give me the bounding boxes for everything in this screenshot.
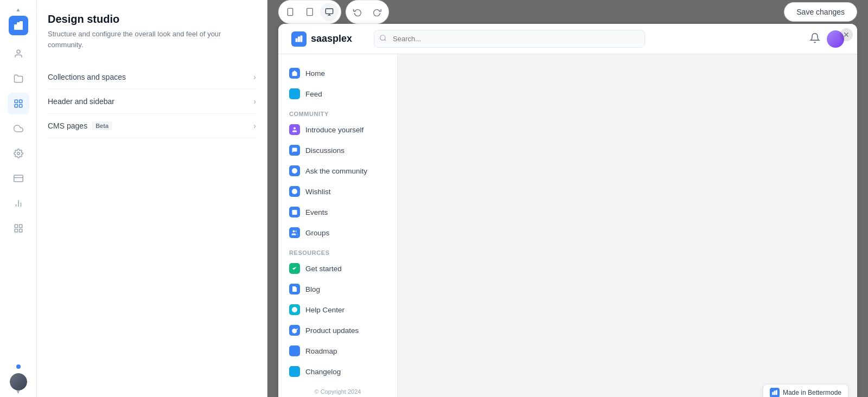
ask-nav-icon	[289, 165, 300, 176]
svg-rect-58	[772, 392, 774, 395]
avatar-image	[10, 373, 27, 390]
history-controls	[346, 0, 389, 24]
app-logo[interactable]	[9, 16, 28, 35]
sidebar-nav-roadmap[interactable]: Roadmap	[278, 341, 397, 361]
save-button[interactable]: Save changes	[784, 2, 857, 22]
nav-label-discussions: Discussions	[305, 146, 344, 155]
nav-label-home: Home	[305, 69, 325, 78]
svg-rect-20	[307, 8, 313, 15]
sidebar-item-billing[interactable]	[8, 168, 29, 189]
introduce-nav-icon	[289, 124, 300, 135]
svg-rect-7	[19, 105, 22, 107]
preview-footer: © Copyright 2024	[278, 382, 397, 397]
bettermode-badge[interactable]: Made in Bettermode	[763, 384, 848, 397]
nav-label-introduce: Introduce yourself	[305, 126, 363, 134]
nav-label-get-started: Get started	[305, 265, 342, 273]
view-toggle	[278, 0, 341, 24]
sidebar-nav-get-started[interactable]: Get started	[278, 258, 397, 279]
svg-rect-4	[15, 100, 17, 103]
svg-rect-60	[776, 390, 777, 395]
nav-label-wishlist: Wishlist	[305, 188, 331, 196]
discussions-nav-icon	[289, 145, 300, 156]
tablet-view-btn[interactable]	[301, 3, 319, 21]
svg-rect-9	[14, 175, 23, 182]
app-sidebar: ▲	[0, 0, 37, 397]
preview-search-area	[374, 30, 645, 48]
sidebar-item-folder[interactable]	[8, 68, 29, 89]
chevron-right-icon: ›	[253, 73, 256, 81]
cms-item-label-wrap: CMS pages Beta	[48, 121, 112, 130]
sidebar-bottom	[10, 364, 27, 390]
svg-point-28	[380, 35, 385, 40]
redo-btn[interactable]	[368, 3, 386, 21]
menu-item-header[interactable]: Header and sidebar ›	[48, 89, 256, 114]
menu-item-cms[interactable]: CMS pages Beta ›	[48, 114, 256, 138]
sidebar-item-settings[interactable]	[8, 143, 29, 164]
sidebar-nav-events[interactable]: Events	[278, 202, 397, 222]
search-input[interactable]	[374, 30, 645, 48]
desktop-view-btn[interactable]	[320, 3, 339, 21]
settings-icon	[14, 149, 23, 158]
svg-rect-27	[300, 35, 302, 42]
sidebar-item-analytics[interactable]	[8, 193, 29, 214]
bettermode-label: Made in Bettermode	[783, 389, 841, 396]
sidebar-item-users[interactable]	[8, 43, 29, 65]
toolbar: Save changes	[267, 0, 868, 24]
svg-rect-6	[15, 105, 17, 107]
sidebar-nav-ask[interactable]: Ask the community	[278, 161, 397, 181]
scroll-down[interactable]: ▼	[16, 389, 21, 395]
help-nav-icon	[289, 304, 300, 315]
sidebar-nav-help[interactable]: Help Center	[278, 299, 397, 320]
sidebar-item-cloud[interactable]	[8, 118, 29, 139]
events-nav-icon	[289, 207, 300, 217]
section-community: Community	[278, 104, 397, 119]
preview-logo-icon	[291, 31, 307, 47]
sidebar-nav-discussions[interactable]: Discussions	[278, 140, 397, 161]
nav-label-help: Help Center	[305, 306, 344, 314]
scroll-up[interactable]: ▲	[16, 7, 21, 12]
cloud-icon	[14, 124, 23, 133]
bettermode-icon	[770, 388, 780, 397]
sidebar-scrollbar	[33, 0, 36, 397]
sidebar-nav-changelog[interactable]: Changelog	[278, 361, 397, 382]
page-title: Design studio	[48, 13, 256, 25]
redo-icon	[373, 8, 381, 16]
get-started-nav-icon	[289, 263, 300, 274]
sidebar-nav-home[interactable]: Home	[278, 63, 397, 84]
svg-point-39	[292, 189, 297, 194]
user-avatar-sidebar[interactable]	[10, 373, 27, 390]
svg-rect-16	[15, 229, 17, 232]
nav-label-ask: Ask the community	[305, 167, 367, 175]
menu-item-header-label: Header and sidebar	[48, 97, 114, 106]
svg-point-46	[293, 230, 295, 233]
nav-label-blog: Blog	[305, 285, 320, 293]
menu-item-collections[interactable]: Collections and spaces ›	[48, 65, 256, 89]
svg-point-3	[17, 50, 20, 53]
nav-label-events: Events	[305, 208, 328, 216]
config-panel: Design studio Structure and configure th…	[37, 0, 267, 397]
undo-btn[interactable]	[348, 3, 367, 21]
nav-label-changelog: Changelog	[305, 368, 341, 376]
billing-icon	[14, 174, 23, 183]
sidebar-nav-blog[interactable]: Blog	[278, 279, 397, 299]
svg-rect-25	[296, 38, 298, 42]
preview-navbar: saasplex	[278, 24, 857, 54]
analytics-icon	[14, 198, 23, 208]
desktop-icon	[325, 8, 334, 16]
sidebar-item-grid[interactable]	[8, 217, 29, 239]
preview-close-btn[interactable]: ✕	[840, 28, 853, 41]
sidebar-nav-introduce[interactable]: Introduce yourself	[278, 119, 397, 140]
blog-nav-icon	[289, 284, 300, 294]
sidebar-nav-groups[interactable]: Groups	[278, 222, 397, 243]
svg-rect-22	[326, 9, 333, 14]
mobile-view-btn[interactable]	[281, 3, 299, 21]
sidebar-nav-product-updates[interactable]: Product updates	[278, 320, 397, 341]
page-subtitle: Structure and configure the overall look…	[48, 29, 256, 50]
notification-dot	[16, 364, 21, 369]
logo-icon	[13, 20, 24, 31]
sidebar-item-design[interactable]	[8, 93, 29, 114]
changelog-nav-icon	[289, 366, 300, 377]
sidebar-nav-wishlist[interactable]: Wishlist	[278, 181, 397, 202]
sidebar-nav-feed[interactable]: Feed	[278, 84, 397, 104]
notification-bell-icon[interactable]	[809, 33, 820, 46]
